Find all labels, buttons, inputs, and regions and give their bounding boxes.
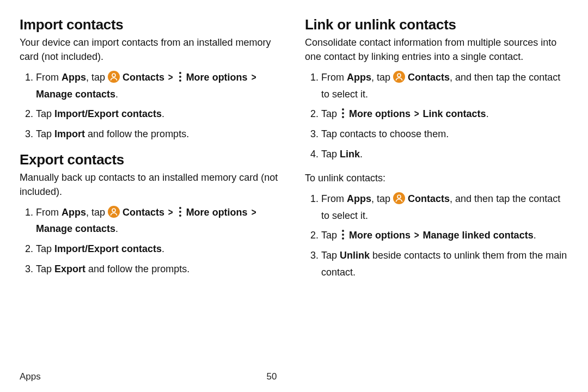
text: and follow the prompts.: [85, 128, 189, 139]
step-item: From Apps, tap Contacts, and then tap th…: [321, 69, 568, 102]
bold-text: More options: [186, 72, 248, 83]
chevron-right-icon: >: [251, 69, 256, 86]
more-options-icon: [177, 206, 183, 218]
bold-text: Export: [54, 264, 85, 274]
bold-text: Link: [340, 149, 360, 160]
text: [411, 108, 413, 119]
footer-section: Apps: [20, 371, 267, 382]
step-item: Tap Link.: [321, 146, 568, 163]
step-item: Tap Export and follow the prompts.: [36, 261, 283, 278]
svg-point-0: [112, 74, 115, 77]
step-item: Tap Import/Export contacts.: [36, 106, 283, 122]
steps-link: From Apps, tap Contacts, and then tap th…: [305, 69, 568, 162]
steps-import: From Apps, tap Contacts > More options >…: [20, 69, 283, 142]
svg-point-3: [397, 195, 401, 198]
text: .: [162, 108, 164, 119]
bold-text: Manage contacts: [36, 223, 115, 234]
svg-point-1: [112, 209, 115, 212]
right-column: Link or unlink contacts Consolidate cont…: [305, 13, 568, 366]
intro-link: Consolidate contact information from mul…: [305, 35, 568, 64]
step-item: Tap Unlink beside contacts to unlink the…: [321, 247, 568, 280]
intro-import: Your device can import contacts from an …: [20, 35, 283, 64]
bold-text: More options: [349, 108, 411, 119]
text: [164, 72, 167, 83]
bold-text: More options: [186, 207, 248, 218]
chevron-right-icon: >: [168, 204, 173, 221]
text: [411, 230, 413, 241]
text: .: [486, 108, 489, 119]
steps-unlink: From Apps, tap Contacts, and then tap th…: [305, 191, 568, 280]
chevron-right-icon: >: [414, 227, 419, 244]
chevron-right-icon: >: [168, 69, 173, 86]
text: From: [321, 72, 347, 83]
step-item: From Apps, tap Contacts > More options >…: [36, 69, 283, 102]
more-options-icon: [177, 71, 183, 83]
text: Tap: [36, 108, 54, 119]
intro-export: Manually back up contacts to an installe…: [20, 170, 283, 199]
text: Tap contacts to choose them.: [321, 128, 449, 139]
text: [248, 72, 250, 83]
contacts-icon: [108, 71, 120, 83]
bold-text: Apps: [62, 72, 86, 83]
bold-text: Import/Export contacts: [54, 243, 162, 254]
step-item: Tap More options > Link contacts.: [321, 106, 568, 122]
heading-export: Export contacts: [20, 151, 283, 168]
text: From: [321, 193, 347, 204]
bold-text: Manage linked contacts: [423, 230, 534, 241]
chevron-right-icon: >: [251, 204, 256, 221]
text: Tap: [36, 243, 54, 254]
text: , tap: [371, 72, 393, 83]
contacts-icon: [393, 192, 405, 204]
text: .: [115, 223, 118, 234]
text: Tap: [36, 128, 54, 139]
text: Tap: [321, 108, 340, 119]
svg-point-2: [397, 74, 401, 77]
text: and follow the prompts.: [85, 264, 189, 274]
bold-text: Contacts: [122, 207, 164, 218]
more-options-icon: [340, 229, 346, 241]
bold-text: Import: [54, 128, 85, 139]
text: Tap: [321, 149, 340, 160]
subhead-unlink: To unlink contacts:: [305, 171, 568, 185]
step-item: Tap contacts to choose them.: [321, 126, 568, 143]
step-item: From Apps, tap Contacts > More options >…: [36, 204, 283, 237]
bold-text: Contacts: [408, 72, 450, 83]
bold-text: Contacts: [122, 72, 164, 83]
steps-export: From Apps, tap Contacts > More options >…: [20, 204, 283, 277]
bold-text: Link contacts: [423, 108, 486, 119]
left-column: Import contacts Your device can import c…: [20, 13, 283, 366]
text: From: [36, 207, 62, 218]
text: [248, 207, 250, 218]
more-options-icon: [340, 107, 346, 119]
bold-text: Manage contacts: [36, 89, 115, 100]
footer-page-number: 50: [267, 371, 277, 382]
text: , tap: [371, 193, 393, 204]
manual-page: Import contacts Your device can import c…: [0, 0, 588, 392]
text: .: [360, 149, 363, 160]
chevron-right-icon: >: [414, 106, 419, 122]
bold-text: Contacts: [408, 193, 450, 204]
text: , tap: [86, 207, 108, 218]
page-footer: Apps 50: [20, 366, 568, 382]
step-item: Tap Import/Export contacts.: [36, 241, 283, 258]
text: Tap: [321, 230, 340, 241]
text: [164, 207, 167, 218]
text: Tap: [36, 264, 54, 274]
text: .: [162, 243, 164, 254]
text: Tap: [321, 250, 340, 261]
step-item: Tap More options > Manage linked contact…: [321, 227, 568, 244]
bold-text: Apps: [347, 193, 371, 204]
heading-link: Link or unlink contacts: [305, 16, 568, 33]
contacts-icon: [393, 71, 405, 83]
bold-text: Import/Export contacts: [54, 108, 162, 119]
bold-text: Unlink: [340, 250, 370, 261]
step-item: Tap Import and follow the prompts.: [36, 126, 283, 143]
text: .: [115, 89, 118, 100]
text: .: [534, 230, 536, 241]
text: , tap: [86, 72, 108, 83]
text: From: [36, 72, 62, 83]
bold-text: Apps: [347, 72, 371, 83]
bold-text: Apps: [62, 207, 86, 218]
bold-text: More options: [349, 230, 411, 241]
heading-import: Import contacts: [20, 16, 283, 33]
